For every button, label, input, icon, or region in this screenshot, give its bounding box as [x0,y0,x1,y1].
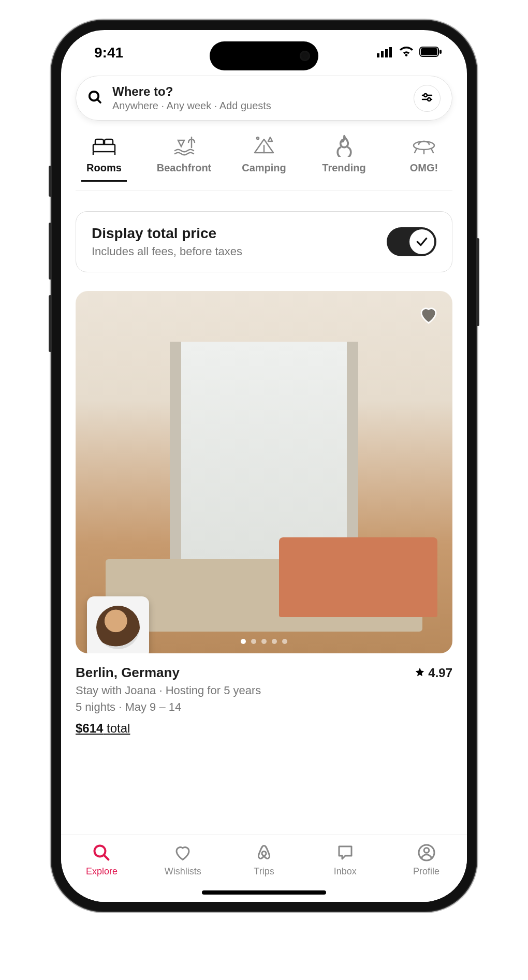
listing-price[interactable]: $614 total [76,721,130,736]
page-dot [282,639,287,644]
category-label: OMG! [410,162,438,174]
listing-rating: 4.97 [415,666,452,680]
price-toggle-title: Display total price [92,225,242,242]
svg-rect-5 [421,48,437,55]
svg-point-19 [262,851,266,855]
tab-explore[interactable]: Explore [70,842,133,877]
volume-down-button [49,295,52,352]
svg-rect-1 [381,51,384,57]
camping-icon [252,134,276,157]
category-label: Beachfront [157,162,212,174]
price-suffix: total [107,721,130,735]
phone-frame: 9:41 Where to? [52,21,476,911]
svg-rect-0 [377,53,379,57]
tab-wishlists[interactable]: Wishlists [152,842,214,877]
listing-host-line: Stay with Joana · Hosting for 5 years [76,684,452,697]
power-button [476,238,479,326]
tab-label: Trips [254,866,274,877]
chat-icon [335,842,356,863]
side-button [49,166,52,197]
wifi-icon [399,45,414,61]
search-subtitle: Anywhere · Any week · Add guests [112,100,404,112]
category-label: Camping [242,162,286,174]
wishlist-heart-button[interactable] [416,302,441,327]
tab-trips[interactable]: Trips [233,842,295,877]
screen: 9:41 Where to? [61,30,467,902]
svg-rect-2 [385,49,388,57]
page-dot [241,639,246,644]
tab-profile[interactable]: Profile [395,842,458,877]
category-trending[interactable]: Trending [316,134,373,182]
tab-label: Inbox [334,866,357,877]
tab-label: Wishlists [165,866,201,877]
total-price-toggle[interactable] [387,227,436,256]
battery-icon [419,45,442,61]
rating-value: 4.97 [428,666,452,680]
category-label: Trending [322,162,365,174]
category-camping[interactable]: Camping [236,134,292,182]
category-beachfront[interactable]: Beachfront [156,134,213,182]
svg-rect-13 [93,144,115,152]
dynamic-island [210,41,318,70]
status-time: 9:41 [94,45,123,61]
category-tabs: Rooms Beachfront Camping [76,134,452,191]
svg-line-8 [97,99,100,102]
svg-rect-3 [389,47,392,57]
cellular-icon [377,45,393,61]
profile-icon [416,842,437,863]
heart-icon [172,842,193,863]
photo-pagination [241,639,287,644]
listing-card[interactable]: Berlin, Germany 4.97 Stay with Joana · H… [76,291,452,736]
home-indicator[interactable] [202,890,326,895]
beachfront-icon [172,134,197,157]
filters-icon [421,91,433,106]
airbnb-icon [254,842,274,863]
total-price-card: Display total price Includes all fees, b… [76,211,452,272]
svg-point-12 [428,98,431,101]
content-area: Where to? Anywhere · Any week · Add gues… [61,76,467,835]
category-rooms[interactable]: Rooms [76,134,133,182]
category-label: Rooms [86,162,122,174]
search-bar[interactable]: Where to? Anywhere · Any week · Add gues… [76,76,452,121]
price-toggle-subtitle: Includes all fees, before taxes [92,245,242,258]
tab-label: Profile [413,866,439,877]
volume-up-button [49,223,52,280]
page-dot [261,639,267,644]
toggle-knob [409,229,434,254]
price-amount: $614 [76,721,103,735]
search-title: Where to? [112,84,404,99]
trending-icon [332,134,357,157]
star-icon [415,666,425,680]
omg-icon [412,134,436,157]
svg-rect-6 [439,50,442,54]
listing-stay-line: 5 nights · May 9 – 14 [76,700,452,714]
listing-location: Berlin, Germany [76,665,180,681]
active-underline [81,180,127,182]
svg-point-21 [424,848,429,853]
svg-point-10 [424,94,427,97]
filters-button[interactable] [414,85,441,112]
tab-inbox[interactable]: Inbox [314,842,376,877]
page-dot [251,639,256,644]
page-dot [272,639,277,644]
bed-icon [92,134,116,157]
listing-photo[interactable] [76,291,452,653]
category-omg[interactable]: OMG! [395,134,452,182]
search-icon [91,842,112,863]
svg-point-15 [257,137,259,139]
tab-label: Explore [86,866,118,877]
host-badge[interactable] [87,596,149,653]
svg-line-18 [104,855,109,860]
search-icon [87,90,103,107]
host-avatar [96,606,140,649]
